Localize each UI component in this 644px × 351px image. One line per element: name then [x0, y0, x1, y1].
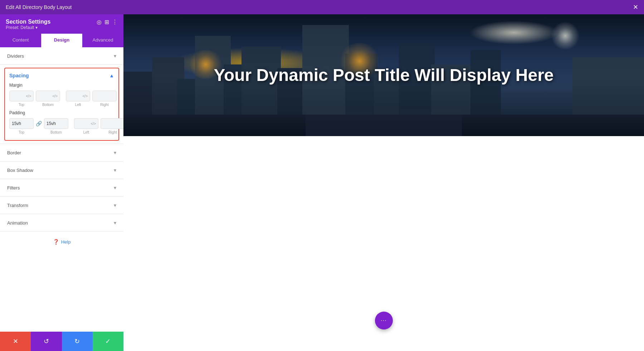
grid-icon[interactable]: ⊞: [104, 19, 109, 25]
preset-selector[interactable]: Preset: Default ▾: [6, 25, 50, 30]
floating-action-button[interactable]: ···: [375, 312, 393, 330]
help-label[interactable]: Help: [61, 239, 71, 245]
margin-right-input-group: Right: [92, 91, 117, 107]
animation-chevron: ▾: [114, 220, 116, 226]
box-shadow-chevron: ▾: [114, 167, 116, 173]
dividers-chevron: ▾: [114, 53, 116, 59]
margin-left-dynamic-icon: </>: [83, 94, 88, 98]
margin-right-label: Right: [100, 103, 108, 107]
tab-content[interactable]: Content: [0, 34, 41, 47]
section-header: Section Settings Preset: Default ▾ ◎ ⊞ ⋮: [0, 14, 123, 34]
hero-section: Your Dynamic Post Title Will Display Her…: [123, 14, 644, 136]
dividers-header[interactable]: Dividers ▾: [0, 47, 123, 64]
cancel-button[interactable]: ✕: [0, 332, 31, 351]
top-bar: Edit All Directory Body Layout ✕: [0, 0, 644, 14]
margin-top-input[interactable]: </>: [9, 91, 34, 101]
animation-header[interactable]: Animation ▾: [0, 214, 123, 231]
padding-bottom-field[interactable]: [47, 121, 66, 126]
margin-bottom-dynamic-icon: </>: [53, 94, 58, 98]
padding-right-field[interactable]: [103, 121, 122, 126]
box-shadow-section: Box Shadow ▾: [0, 162, 123, 179]
dividers-section: Dividers ▾: [0, 47, 123, 65]
margin-bottom-input[interactable]: </>: [36, 91, 60, 101]
padding-link-icon[interactable]: 🔗: [36, 118, 42, 134]
sidebar: Section Settings Preset: Default ▾ ◎ ⊞ ⋮…: [0, 14, 123, 351]
transform-header[interactable]: Transform ▾: [0, 197, 123, 214]
padding-left-group: Top 🔗 Bottom: [9, 118, 68, 134]
padding-right-label: Right: [108, 130, 117, 134]
spacing-chevron-up[interactable]: ▲: [109, 73, 114, 78]
padding-left-input[interactable]: </>: [74, 118, 98, 129]
border-chevron: ▾: [114, 150, 116, 155]
main-layout: Section Settings Preset: Default ▾ ◎ ⊞ ⋮…: [0, 14, 644, 351]
close-button[interactable]: ✕: [633, 3, 638, 11]
sidebar-content: Dividers ▾ Spacing ▲ Margin: [0, 47, 123, 332]
animation-section: Animation ▾: [0, 214, 123, 232]
bottom-toolbar: ✕ ↺ ↻ ✓: [0, 332, 123, 351]
filters-section: Filters ▾: [0, 179, 123, 197]
padding-left-label: Left: [83, 130, 89, 134]
redo-button[interactable]: ↻: [62, 332, 93, 351]
margin-bottom-label: Bottom: [42, 103, 54, 107]
padding-left-field[interactable]: [77, 121, 90, 126]
transform-section: Transform ▾: [0, 197, 123, 214]
border-header[interactable]: Border ▾: [0, 144, 123, 161]
section-settings-title: Section Settings: [6, 19, 50, 25]
margin-left-input-group: </> Left: [66, 91, 90, 107]
box-shadow-header[interactable]: Box Shadow ▾: [0, 162, 123, 179]
canvas-content: ···: [123, 136, 644, 351]
transform-chevron: ▾: [114, 202, 116, 208]
help-section: ❓ Help: [0, 232, 123, 252]
padding-left-dynamic-icon: </>: [91, 122, 96, 126]
margin-label: Margin: [9, 83, 114, 88]
margin-left-input[interactable]: </>: [66, 91, 90, 101]
section-header-left: Section Settings Preset: Default ▾: [6, 19, 50, 30]
link-chain-icon: 🔗: [36, 121, 42, 126]
spacing-container: Spacing ▲ Margin </> Top: [0, 68, 123, 144]
padding-right-group: </> Left Right: [74, 118, 123, 134]
more-icon[interactable]: ⋮: [112, 19, 118, 25]
filters-header[interactable]: Filters ▾: [0, 179, 123, 196]
undo-button[interactable]: ↺: [31, 332, 62, 351]
filters-chevron: ▾: [114, 185, 116, 191]
margin-top-group: </> Top: [9, 91, 34, 107]
padding-bottom-label: Bottom: [50, 130, 62, 134]
padding-top-input[interactable]: [9, 118, 34, 129]
margin-right-input[interactable]: [92, 91, 117, 101]
help-icon: ❓: [53, 239, 59, 245]
border-section: Border ▾: [0, 144, 123, 162]
margin-left-group: </> Top </> Bottom: [9, 91, 60, 107]
padding-label: Padding: [9, 110, 114, 115]
spacing-title-row: Spacing ▲: [9, 73, 114, 78]
margin-right-group: </> Left Right: [66, 91, 117, 107]
tab-design[interactable]: Design: [41, 34, 82, 47]
tab-bar: Content Design Advanced: [0, 34, 123, 47]
padding-right-input-group: Right: [101, 118, 123, 134]
padding-top-field[interactable]: [12, 121, 31, 126]
margin-top-label: Top: [19, 103, 24, 107]
padding-bottom-group: Bottom: [44, 118, 68, 134]
padding-top-label: Top: [19, 130, 24, 134]
margin-right-field[interactable]: [95, 93, 114, 98]
canvas-area: Your Dynamic Post Title Will Display Her…: [123, 14, 644, 351]
fab-icon: ···: [381, 317, 386, 324]
spacing-section: Spacing ▲ Margin </> Top: [4, 68, 119, 141]
margin-top-field[interactable]: [12, 93, 25, 98]
tab-advanced[interactable]: Advanced: [82, 34, 123, 47]
padding-bottom-input[interactable]: [44, 118, 68, 129]
save-button[interactable]: ✓: [93, 332, 123, 351]
hero-title: Your Dynamic Post Title Will Display Her…: [199, 65, 568, 86]
margin-bottom-group: </> Bottom: [36, 91, 60, 107]
margin-top-dynamic-icon: </>: [26, 94, 31, 98]
margin-bottom-field[interactable]: [38, 93, 52, 98]
padding-top-group: Top: [9, 118, 34, 134]
margin-left-label: Left: [75, 103, 81, 107]
header-icons: ◎ ⊞ ⋮: [97, 19, 118, 25]
margin-inputs-row: </> Top </> Bottom: [9, 91, 114, 107]
top-bar-title: Edit All Directory Body Layout: [6, 4, 72, 10]
padding-inputs-row: Top 🔗 Bottom: [9, 118, 114, 134]
padding-left-input-group: </> Left: [74, 118, 98, 134]
padding-right-input[interactable]: [101, 118, 123, 129]
target-icon[interactable]: ◎: [97, 19, 102, 25]
margin-left-field[interactable]: [68, 93, 82, 98]
